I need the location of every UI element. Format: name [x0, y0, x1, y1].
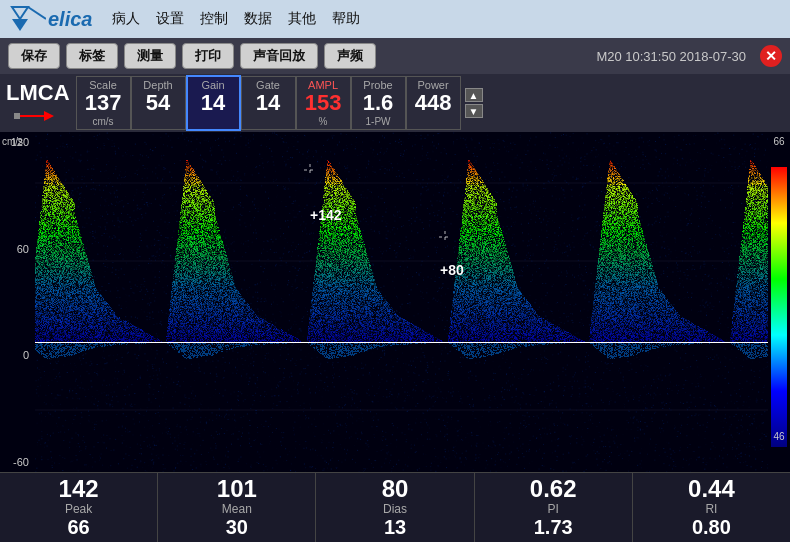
gate-value: 14 — [256, 91, 280, 115]
color-bar-top: 66 — [768, 132, 790, 147]
y-label-neg60: -60 — [2, 456, 33, 468]
stat-mean-value2: 30 — [226, 516, 248, 539]
stat-mean-value1: 101 — [217, 476, 257, 502]
stat-mean: 101 Mean 30 — [158, 473, 316, 542]
params-bar: LMCA Scale 137 cm/s Depth 54 Gain 14 Gat… — [0, 74, 790, 132]
depth-unit — [157, 116, 160, 127]
tag-button[interactable]: 标签 — [66, 43, 118, 69]
probe-type-sub: 1-PW — [366, 116, 391, 127]
stat-peak-value2: 66 — [67, 516, 89, 539]
gate-param[interactable]: Gate 14 — [241, 76, 296, 129]
waveform-canvas — [35, 132, 768, 472]
gain-value: 14 — [201, 91, 225, 115]
power-param[interactable]: Power 448 — [406, 76, 461, 129]
stat-pi: 0.62 PI 1.73 — [475, 473, 633, 542]
color-bar: 66 46 — [768, 132, 790, 472]
measurement-label-142: +142 — [310, 207, 342, 223]
depth-param[interactable]: Depth 54 — [131, 76, 186, 129]
menu-settings[interactable]: 设置 — [156, 10, 184, 28]
svg-marker-0 — [12, 7, 28, 19]
save-button[interactable]: 保存 — [8, 43, 60, 69]
measurement-label-80: +80 — [440, 262, 464, 278]
arrow-indicator — [14, 106, 54, 126]
svg-marker-4 — [44, 111, 54, 121]
measure-button[interactable]: 测量 — [124, 43, 176, 69]
svg-rect-5 — [14, 113, 20, 119]
color-gradient — [771, 167, 787, 447]
display-area: cm/s 120 60 0 -60 +142 +80 66 46 — [0, 132, 790, 472]
ampl-param[interactable]: AMPL 153 % — [296, 76, 351, 129]
stat-dias-label: Dias — [383, 502, 407, 516]
title-bar: elica 病人 设置 控制 数据 其他 帮助 — [0, 0, 790, 38]
power-value: 448 — [415, 91, 452, 115]
menu-control[interactable]: 控制 — [200, 10, 228, 28]
menu-other[interactable]: 其他 — [288, 10, 316, 28]
stat-ri: 0.44 RI 0.80 — [633, 473, 790, 542]
ampl-value: 153 — [305, 91, 342, 115]
stat-pi-label: PI — [548, 502, 559, 516]
svg-marker-1 — [12, 19, 28, 31]
logo: elica — [10, 5, 92, 33]
y-label-0: 0 — [2, 349, 33, 361]
color-bar-bottom: 46 — [768, 431, 790, 442]
gain-unit — [212, 116, 215, 127]
waveform-container: cm/s 120 60 0 -60 +142 +80 — [0, 132, 768, 472]
print-button[interactable]: 打印 — [182, 43, 234, 69]
stat-dias-value1: 80 — [382, 476, 409, 502]
menu-data[interactable]: 数据 — [244, 10, 272, 28]
y-label-120: 120 — [2, 136, 33, 148]
scale-unit: cm/s — [92, 116, 113, 127]
scroll-buttons: ▲ ▼ — [465, 88, 483, 118]
scroll-up-button[interactable]: ▲ — [465, 88, 483, 102]
depth-value: 54 — [146, 91, 170, 115]
power-unit — [432, 116, 435, 127]
menu-help[interactable]: 帮助 — [332, 10, 360, 28]
stat-ri-label: RI — [705, 502, 717, 516]
stat-peak-value1: 142 — [59, 476, 99, 502]
probe-type-param[interactable]: Probe 1.6 1-PW — [351, 76, 406, 129]
timestamp: M20 10:31:50 2018-07-30 — [596, 49, 746, 64]
scroll-down-button[interactable]: ▼ — [465, 104, 483, 118]
y-axis: 120 60 0 -60 — [0, 132, 35, 472]
svg-line-2 — [28, 7, 46, 19]
ampl-unit: % — [319, 116, 328, 127]
zero-line — [35, 342, 768, 343]
stat-pi-value2: 1.73 — [534, 516, 573, 539]
stat-mean-label: Mean — [222, 502, 252, 516]
audio-button[interactable]: 声频 — [324, 43, 376, 69]
stat-dias-value2: 13 — [384, 516, 406, 539]
stat-ri-value1: 0.44 — [688, 476, 735, 502]
logo-icon — [10, 5, 46, 33]
gate-unit — [267, 116, 270, 127]
y-label-60: 60 — [2, 243, 33, 255]
menu-bar: 病人 设置 控制 数据 其他 帮助 — [112, 10, 360, 28]
stat-peak-label: Peak — [65, 502, 92, 516]
stats-bar: 142 Peak 66 101 Mean 30 80 Dias 13 0.62 … — [0, 472, 790, 542]
close-button[interactable]: ✕ — [760, 45, 782, 67]
toolbar: 保存 标签 测量 打印 声音回放 声频 M20 10:31:50 2018-07… — [0, 38, 790, 74]
stat-peak: 142 Peak 66 — [0, 473, 158, 542]
probe-label: LMCA — [6, 80, 70, 106]
scale-value: 137 — [85, 91, 122, 115]
stat-pi-value1: 0.62 — [530, 476, 577, 502]
stat-dias: 80 Dias 13 — [316, 473, 474, 542]
gain-param[interactable]: Gain 14 — [186, 75, 241, 130]
probe-type-value: 1.6 — [363, 91, 394, 115]
audio-replay-button[interactable]: 声音回放 — [240, 43, 318, 69]
menu-patient[interactable]: 病人 — [112, 10, 140, 28]
logo-text: elica — [48, 8, 92, 31]
scale-param[interactable]: Scale 137 cm/s — [76, 76, 131, 129]
stat-ri-value2: 0.80 — [692, 516, 731, 539]
